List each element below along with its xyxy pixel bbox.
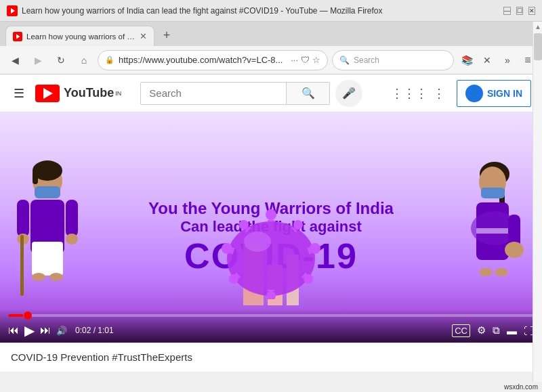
svg-point-13 — [239, 220, 249, 230]
svg-rect-41 — [476, 228, 509, 234]
window-title: Learn how young warriors of India can le… — [22, 6, 503, 16]
reload-button[interactable]: ↻ — [51, 51, 70, 70]
title-bar: Learn how young warriors of India can le… — [0, 0, 542, 22]
search-icon-yt: 🔍 — [301, 87, 315, 100]
virus-illustration — [210, 198, 332, 302]
tab-title: Learn how young warriors of In... — [26, 32, 136, 41]
url-display: https://www.youtube.com/watch?v=LC-8... — [119, 55, 287, 65]
scrollbar-thumb[interactable] — [534, 33, 542, 60]
svg-line-18 — [237, 275, 238, 276]
progress-bar[interactable] — [8, 314, 534, 317]
time-display: 0:02 / 1:01 — [75, 326, 114, 335]
svg-rect-28 — [17, 200, 29, 237]
svg-point-5 — [266, 209, 276, 220]
minimize-button[interactable]: — — [503, 7, 511, 15]
svg-rect-29 — [66, 200, 78, 237]
star-icon[interactable]: ☆ — [312, 55, 320, 65]
svg-point-21 — [244, 232, 271, 252]
play-pause-button[interactable]: ▶ — [24, 322, 35, 339]
mic-icon: 🎤 — [342, 87, 356, 100]
svg-point-32 — [32, 273, 45, 281]
extensions-icon[interactable]: ✕ — [478, 51, 496, 69]
svg-point-4 — [227, 221, 315, 296]
more-tools-icon[interactable]: » — [499, 51, 516, 69]
svg-point-43 — [495, 268, 508, 276]
new-tab-button[interactable]: + — [157, 26, 176, 45]
svg-point-33 — [49, 273, 63, 281]
youtube-logo-icon — [35, 85, 60, 102]
youtube-play-icon — [43, 88, 53, 99]
svg-rect-25 — [35, 186, 60, 198]
shield-icon: 🛡 — [301, 55, 310, 65]
svg-point-45 — [505, 242, 524, 258]
skip-forward-button[interactable]: ⏭ — [40, 324, 51, 336]
active-tab[interactable]: Learn how young warriors of In... ✕ — [5, 26, 154, 46]
lock-icon: 🔒 — [105, 56, 114, 64]
user-icon: 👤 — [468, 88, 480, 99]
svg-rect-24 — [33, 171, 38, 184]
progress-fill — [8, 314, 24, 317]
browser-search-bar: 🔍 Search — [332, 50, 454, 70]
volume-button[interactable]: 🔊 — [56, 326, 67, 336]
youtube-country-badge: IN — [115, 90, 121, 97]
svg-point-9 — [310, 243, 320, 254]
svg-point-42 — [479, 268, 493, 276]
scrollbar[interactable]: ▲ — [533, 22, 542, 392]
svg-line-8 — [293, 229, 295, 230]
search-icon-nav: 🔍 — [339, 56, 350, 65]
hamburger-menu-button[interactable]: ☰ — [11, 83, 27, 104]
tab-favicon — [13, 32, 22, 41]
video-description-text: COVID-19 Prevention #TrustTheExperts — [11, 351, 192, 363]
svg-rect-27 — [32, 242, 63, 276]
skip-back-button[interactable]: ⏮ — [8, 324, 19, 336]
youtube-search-input[interactable] — [141, 87, 286, 99]
svg-point-7 — [293, 220, 303, 230]
home-button[interactable]: ⌂ — [75, 51, 93, 70]
character-left — [10, 160, 85, 305]
svg-point-15 — [222, 243, 232, 254]
favicon-icon — [7, 5, 18, 16]
youtube-logo-text: YouTube — [64, 86, 114, 100]
cc-button[interactable]: CC — [452, 324, 470, 337]
scrollbar-up-arrow[interactable]: ▲ — [533, 22, 542, 32]
svg-point-31 — [66, 234, 78, 244]
nav-bar: ◀ ▶ ↻ ⌂ 🔒 https://www.youtube.com/watch?… — [0, 46, 542, 74]
youtube-search-button[interactable]: 🔍 — [287, 82, 330, 105]
youtube-logo[interactable]: YouTubeIN — [35, 85, 121, 102]
status-bar: wsxdn.com — [500, 382, 542, 392]
tab-bar: Learn how young warriors of In... ✕ + — [0, 22, 542, 46]
bookmarks-icon[interactable]: 📚 — [458, 51, 476, 69]
progress-indicator — [24, 311, 32, 320]
youtube-signin-button[interactable]: 👤 SIGN IN — [457, 80, 531, 107]
youtube-header: ☰ YouTubeIN 🔍 🎤 ⋮⋮⋮ ⋮ 👤 SIGN IN — [0, 74, 542, 112]
signin-label: SIGN IN — [487, 88, 522, 99]
settings-button[interactable]: ⚙ — [477, 324, 486, 336]
signin-avatar-icon: 👤 — [465, 85, 483, 102]
svg-line-16 — [232, 251, 234, 251]
svg-rect-38 — [481, 188, 505, 198]
svg-line-14 — [247, 229, 249, 230]
youtube-search-container: 🔍 🎤 — [140, 80, 362, 107]
miniplayer-button[interactable]: ⧉ — [493, 324, 500, 336]
svg-rect-34 — [20, 235, 24, 296]
video-info-bar: COVID-19 Prevention #TrustTheExperts — [0, 343, 542, 372]
youtube-mic-button[interactable]: 🎤 — [335, 80, 362, 107]
svg-line-12 — [304, 275, 305, 276]
youtube-search-bar[interactable] — [140, 82, 287, 105]
youtube-apps-button[interactable]: ⋮⋮⋮ — [397, 81, 421, 106]
character-right — [457, 160, 532, 305]
theater-mode-button[interactable]: ▬ — [507, 325, 517, 336]
forward-button[interactable]: ▶ — [28, 51, 47, 70]
close-button[interactable]: ✕ — [528, 7, 535, 15]
search-placeholder-nav: Search — [354, 56, 379, 65]
address-bar[interactable]: 🔒 https://www.youtube.com/watch?v=LC-8..… — [98, 50, 328, 70]
ellipsis-icon[interactable]: ··· — [291, 55, 298, 65]
video-container[interactable]: You the Young Warriors of India Can lead… — [0, 112, 542, 343]
tab-close-icon[interactable]: ✕ — [140, 31, 147, 41]
svg-line-10 — [308, 251, 310, 251]
maximize-button[interactable]: ☐ — [516, 7, 523, 15]
video-controls-bar: ⏮ ▶ ⏭ 🔊 0:02 / 1:01 CC ⚙ ⧉ ▬ ⛶ — [0, 309, 542, 343]
youtube-options-button[interactable]: ⋮ — [427, 81, 451, 106]
back-button[interactable]: ◀ — [5, 51, 24, 70]
